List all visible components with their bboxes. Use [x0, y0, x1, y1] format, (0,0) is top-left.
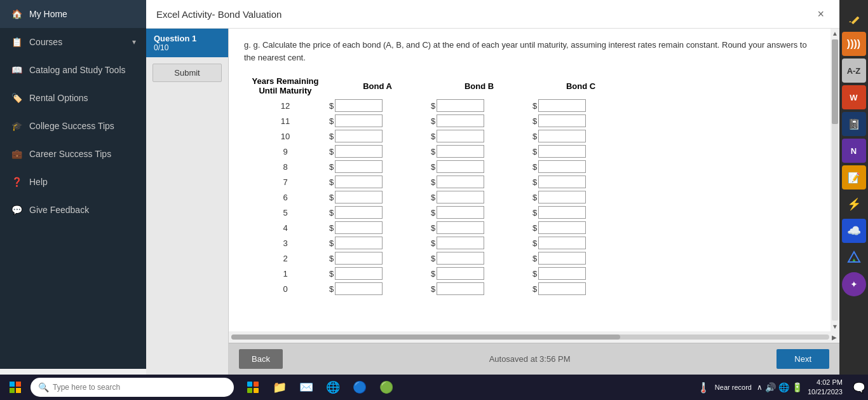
college-icon: 🎓 [10, 120, 23, 132]
clock-time: 4:02 PM [808, 378, 843, 387]
bond-b-cell-8: $ [428, 159, 530, 174]
bond-a-input-9[interactable] [335, 145, 383, 158]
pencil-icon[interactable] [842, 5, 866, 29]
notification-icon[interactable]: 🗨️ [853, 382, 865, 394]
bond-a-input-3[interactable] [335, 237, 383, 249]
close-button[interactable]: × [812, 5, 829, 24]
bond-a-cell-2: $ [327, 251, 428, 266]
bond-a-input-11[interactable] [335, 114, 383, 127]
bond-c-input-4[interactable] [538, 221, 586, 234]
year-cell-10: 10 [244, 128, 327, 144]
start-button[interactable] [3, 376, 28, 399]
bond-a-input-10[interactable] [335, 130, 383, 142]
search-input[interactable] [53, 383, 226, 392]
bond-c-cell-12: $ [530, 98, 632, 113]
sidebar-item-rental[interactable]: 🏷️ Rental Options [0, 84, 146, 112]
sidebar-item-career[interactable]: 💼 Career Success Tips [0, 140, 146, 168]
bond-a-input-6[interactable] [335, 191, 383, 203]
office-icon[interactable]: W [842, 85, 866, 109]
taskbar-edge[interactable]: 🌐 [322, 376, 344, 399]
bond-b-input-9[interactable] [437, 145, 484, 158]
bond-c-input-7[interactable] [538, 176, 586, 188]
taskbar-mail[interactable]: ✉️ [295, 376, 318, 399]
scroll-right-arrow[interactable]: ▶ [832, 334, 837, 341]
bond-b-input-8[interactable] [437, 160, 484, 173]
sidebar-item-help[interactable]: ❓ Help [0, 168, 146, 196]
clock[interactable]: 4:02 PM 10/21/2023 [808, 378, 843, 397]
az-icon[interactable]: A-Z [842, 59, 866, 83]
mystery-icon[interactable]: ✦ [842, 272, 866, 296]
scroll-up-button[interactable]: ▲ [831, 29, 839, 38]
taskbar-chrome[interactable]: 🟢 [375, 376, 398, 399]
rss-icon[interactable]: )))) [842, 32, 866, 56]
bond-a-input-12[interactable] [335, 99, 383, 112]
bond-a-input-5[interactable] [335, 206, 383, 219]
cloud-icon[interactable]: ☁️ [842, 219, 866, 243]
horizontal-scroll-thumb [231, 334, 620, 340]
onenote-icon[interactable]: N [842, 139, 866, 163]
volume-icon[interactable]: 🔊 [765, 382, 776, 392]
chevron-up-icon[interactable]: ∧ [757, 383, 763, 392]
bond-c-input-9[interactable] [538, 145, 586, 158]
bond-c-input-0[interactable] [538, 282, 586, 295]
bond-b-input-1[interactable] [437, 267, 484, 280]
bond-b-input-4[interactable] [437, 221, 484, 234]
bond-c-input-8[interactable] [538, 160, 586, 173]
bond-b-cell-2: $ [428, 251, 530, 266]
bond-a-input-4[interactable] [335, 221, 383, 234]
bond-c-header: Bond C [530, 74, 632, 98]
sidebar-item-courses[interactable]: 📋 Courses ▾ [0, 28, 146, 56]
table-row: 7$$$ [244, 174, 632, 190]
notebook-icon[interactable]: 📓 [842, 112, 866, 136]
sidebar-item-college[interactable]: 🎓 College Success Tips [0, 112, 146, 140]
sticky-note-icon[interactable]: 📝 [842, 165, 866, 190]
bond-a-input-8[interactable] [335, 160, 383, 173]
sidebar-item-my-home[interactable]: 🏠 My Home [0, 0, 146, 28]
taskbar-file-explorer[interactable]: 📁 [268, 376, 291, 399]
bond-c-input-5[interactable] [538, 206, 586, 219]
bond-c-cell-4: $ [530, 220, 632, 235]
submit-button[interactable]: Submit [153, 64, 222, 82]
bond-c-input-3[interactable] [538, 237, 586, 249]
horizontal-scroll-area[interactable]: ▶ [229, 331, 839, 343]
drive-icon[interactable]: ▲ [842, 245, 866, 270]
sidebar-item-catalog[interactable]: 📖 Catalog and Study Tools [0, 56, 146, 84]
bond-b-input-12[interactable] [437, 99, 484, 112]
bond-b-input-10[interactable] [437, 130, 484, 142]
bond-b-input-7[interactable] [437, 176, 484, 188]
sidebar-item-feedback[interactable]: 💬 Give Feedback [0, 196, 146, 224]
next-button[interactable]: Next [776, 349, 829, 369]
taskbar-apps-icon[interactable] [241, 376, 264, 399]
bond-c-cell-0: $ [530, 281, 632, 296]
bond-b-input-6[interactable] [437, 191, 484, 203]
bond-a-input-7[interactable] [335, 176, 383, 188]
bond-c-input-11[interactable] [538, 114, 586, 127]
bond-b-input-11[interactable] [437, 114, 484, 127]
bond-c-input-6[interactable] [538, 191, 586, 203]
accessibility-icon[interactable]: ⚡ [842, 192, 866, 216]
search-bar[interactable]: 🔍 [31, 378, 234, 397]
svg-rect-6 [10, 388, 15, 393]
bond-b-input-0[interactable] [437, 282, 484, 295]
bond-a-input-1[interactable] [335, 267, 383, 280]
back-button[interactable]: Back [239, 349, 283, 369]
bond-c-input-12[interactable] [538, 99, 586, 112]
taskbar-browser2[interactable]: 🔵 [348, 376, 371, 399]
year-cell-9: 9 [244, 144, 327, 159]
battery-icon[interactable]: 🔋 [792, 382, 803, 392]
bond-a-input-0[interactable] [335, 282, 383, 295]
bond-b-input-5[interactable] [437, 206, 484, 219]
chevron-down-icon: ▾ [132, 38, 136, 46]
scroll-track [832, 39, 838, 321]
bond-c-input-10[interactable] [538, 130, 586, 142]
bond-b-input-3[interactable] [437, 237, 484, 249]
bond-b-input-2[interactable] [437, 252, 484, 265]
scroll-down-button[interactable]: ▼ [831, 322, 839, 331]
bond-a-cell-1: $ [327, 266, 428, 281]
network-icon[interactable]: 🌐 [778, 382, 789, 392]
help-icon: ❓ [10, 176, 23, 188]
bond-c-input-1[interactable] [538, 267, 586, 280]
bond-a-input-2[interactable] [335, 252, 383, 265]
bond-c-input-2[interactable] [538, 252, 586, 265]
vertical-scrollbar[interactable]: ▲ ▼ [831, 29, 839, 331]
